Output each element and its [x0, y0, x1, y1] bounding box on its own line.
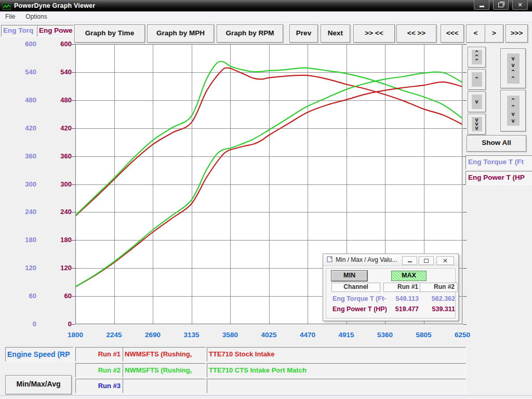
run2-column-header[interactable]: Run #2	[420, 283, 458, 292]
y-tick-torque-120: 120	[0, 264, 36, 272]
run3-label-box[interactable]: Run #3	[75, 379, 125, 393]
run1-label-box[interactable]: Run #1	[75, 347, 125, 362]
run2-label: Run #2	[98, 366, 121, 374]
next-button[interactable]: Next	[321, 24, 350, 43]
y-tick-torque-0: 0	[0, 320, 36, 328]
menu-item-options[interactable]: Options	[20, 13, 52, 20]
y-tickmark-right	[463, 128, 467, 129]
menu-bar: FileOptions	[0, 11, 532, 22]
run1-title: TTE710 Stock Intake	[209, 350, 274, 358]
curve-run-2-eng-torque-t-ft-	[75, 61, 462, 215]
x-tick-5805: 5805	[408, 331, 440, 339]
scroll-top-button[interactable]: ^^^	[468, 47, 486, 68]
max-button[interactable]: MAX	[391, 271, 427, 281]
torque-channel-box[interactable]: Eng Torque T (Ft	[466, 155, 532, 169]
scroll-far-right-button[interactable]: >>>	[506, 24, 528, 43]
y-tick-power-540: 540	[38, 68, 72, 76]
x-tick-4915: 4915	[331, 331, 362, 339]
min-button-label: MIN	[343, 272, 355, 279]
curve-run-1-eng-torque-t-ft-	[75, 68, 462, 216]
scroll-up-button-icon: ^	[472, 72, 482, 87]
run1-label: Run #1	[98, 350, 121, 358]
y-tickmark-right	[463, 296, 467, 297]
zoom-out-x-button[interactable]: << >>	[396, 24, 436, 43]
minmax-panel: MIN MAX Channel Run #1 Run #2 Eng Torque…	[326, 268, 456, 318]
y-tick-power-480: 480	[38, 96, 72, 104]
minmax-restore-button[interactable]	[419, 256, 434, 265]
minmax-row-torque-run1: 549.113	[383, 295, 419, 302]
minimize-button[interactable]	[474, 0, 489, 10]
scroll-top-button-icon: ^^^	[472, 50, 482, 64]
run1-column-header[interactable]: Run #1	[383, 283, 421, 292]
power-axis-header[interactable]: Eng Powe	[37, 25, 74, 37]
graph-by-rpm-button[interactable]: Graph by RPM	[217, 24, 283, 43]
minmax-title-bar[interactable]: Min / Max / Avg Valu... ✕	[323, 254, 458, 266]
scroll-up-button[interactable]: ^	[468, 69, 486, 90]
y-tickmark-left	[72, 100, 75, 101]
x-tick-1800: 1800	[60, 331, 91, 339]
graph-by-time-button[interactable]: Graph by Time	[74, 24, 145, 43]
run1-header-label: Run #1	[397, 283, 418, 290]
run3-title-box[interactable]	[207, 379, 466, 393]
scroll-left-button[interactable]: <	[466, 24, 485, 43]
zoom-in-x-button[interactable]: >> <<	[353, 24, 395, 43]
y-tickmark-right	[463, 240, 467, 241]
scroll-bottom-button[interactable]: vvv	[468, 114, 486, 135]
y-tickmark-right	[463, 212, 467, 212]
y-tick-torque-180: 180	[0, 236, 36, 244]
y-tickmark-left	[72, 44, 75, 45]
y-tick-power-180: 180	[38, 236, 72, 244]
title-bar: PowerDyne Graph Viewer ✕	[0, 0, 532, 11]
run2-comment-box[interactable]: NWMSFTS (Rushing,	[123, 363, 206, 378]
run1-title-box[interactable]: TTE710 Stock Intake	[207, 347, 466, 362]
scroll-down-button-icon: v	[472, 95, 482, 109]
run2-label-box[interactable]: Run #2	[75, 363, 125, 378]
y-tickmark-right	[463, 72, 467, 73]
y-tickmark-right	[463, 44, 467, 45]
restore-button[interactable]	[493, 0, 509, 10]
y-tickmark-left	[72, 296, 75, 297]
y-tickmark-left	[72, 324, 75, 325]
x-axis-channel-box[interactable]: Engine Speed (RP	[5, 347, 74, 362]
x-axis-channel-label: Engine Speed (RP	[6, 350, 70, 358]
show-all-button[interactable]: Show All	[467, 135, 526, 152]
scroll-far-left-button[interactable]: <<<	[441, 24, 464, 43]
power-channel-box[interactable]: Eng Power T (HP	[466, 171, 532, 185]
menu-item-file[interactable]: File	[0, 13, 20, 20]
y-tick-power-60: 60	[38, 292, 72, 300]
minmax-minimize-button[interactable]	[402, 256, 417, 265]
minmax-row-power-run1: 519.477	[383, 305, 419, 313]
run1-comment: NWMSFTS (Rushing,	[125, 350, 192, 358]
close-button[interactable]: ✕	[512, 0, 528, 10]
minmax-avg-button[interactable]: Min/Max/Avg	[5, 375, 72, 394]
scroll-down-button[interactable]: v	[468, 91, 486, 112]
x-tick-2245: 2245	[99, 331, 130, 339]
y-tickmark-left	[72, 128, 75, 129]
y-tick-power-360: 360	[38, 152, 72, 160]
max-button-label: MAX	[402, 272, 416, 279]
x-tick-5360: 5360	[369, 331, 401, 339]
compress-scale-button[interactable]: vv^^	[500, 48, 526, 88]
y-tick-torque-300: 300	[0, 180, 36, 188]
minmax-close-icon: ✕	[443, 257, 448, 264]
y-tick-torque-600: 600	[0, 40, 36, 48]
torque-axis-header[interactable]: Eng Torq	[1, 25, 37, 37]
min-button[interactable]: MIN	[331, 271, 367, 281]
minmax-restore-icon	[424, 259, 429, 263]
prev-button[interactable]: Prev	[289, 24, 318, 43]
channel-column-header[interactable]: Channel	[331, 283, 380, 292]
minmax-minimize-icon	[408, 261, 412, 262]
restore-icon	[498, 3, 503, 7]
x-tick-2690: 2690	[137, 331, 168, 339]
run3-comment-box[interactable]	[123, 379, 206, 393]
minmax-window[interactable]: Min / Max / Avg Valu... ✕ MIN MAX Channe…	[323, 254, 459, 321]
expand-scale-button-icon: ^^vv	[507, 96, 520, 126]
y-tickmark-right	[463, 100, 467, 101]
scroll-right-button[interactable]: >	[485, 24, 503, 43]
minmax-close-button[interactable]: ✕	[436, 256, 454, 265]
graph-by-mph-button[interactable]: Graph by MPH	[147, 24, 214, 43]
run1-comment-box[interactable]: NWMSFTS (Rushing,	[123, 347, 206, 362]
expand-scale-button[interactable]: ^^vv	[500, 90, 526, 131]
run2-title-box[interactable]: TTE710 CTS Intake Port Match	[207, 363, 466, 378]
minimize-icon	[480, 6, 484, 7]
